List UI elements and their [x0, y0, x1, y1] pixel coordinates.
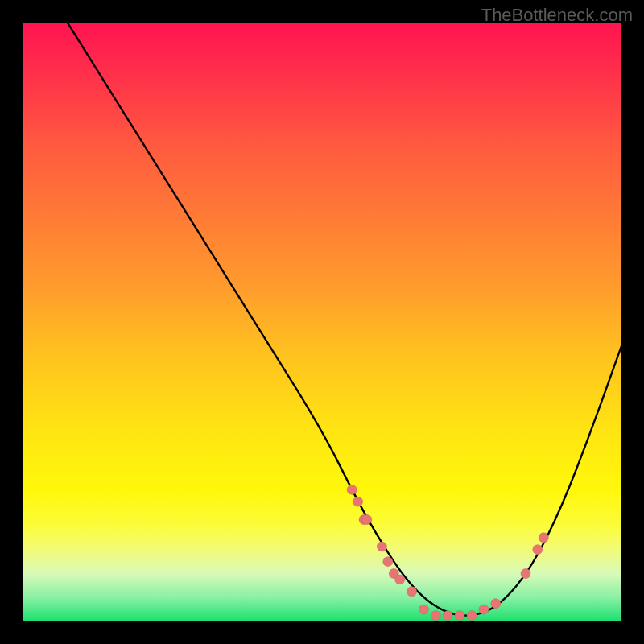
data-markers: [347, 485, 549, 621]
data-marker: [407, 587, 416, 597]
data-marker: [443, 610, 452, 620]
data-marker: [347, 485, 357, 494]
data-marker: [479, 605, 489, 614]
plot-area: [23, 23, 621, 621]
data-marker: [377, 542, 386, 551]
chart-svg: [23, 23, 621, 621]
data-marker: [383, 556, 393, 566]
data-marker: [455, 610, 464, 620]
watermark-text: TheBottleneck.com: [481, 5, 633, 26]
data-marker: [491, 599, 501, 609]
bottleneck-curve-line: [23, 23, 621, 616]
data-marker: [362, 514, 372, 524]
data-marker: [419, 605, 428, 614]
data-marker: [521, 568, 530, 578]
data-marker: [353, 497, 362, 506]
data-marker: [395, 575, 405, 584]
data-marker: [467, 610, 477, 620]
data-marker: [533, 545, 543, 555]
data-marker: [539, 533, 548, 543]
data-marker: [431, 610, 440, 620]
